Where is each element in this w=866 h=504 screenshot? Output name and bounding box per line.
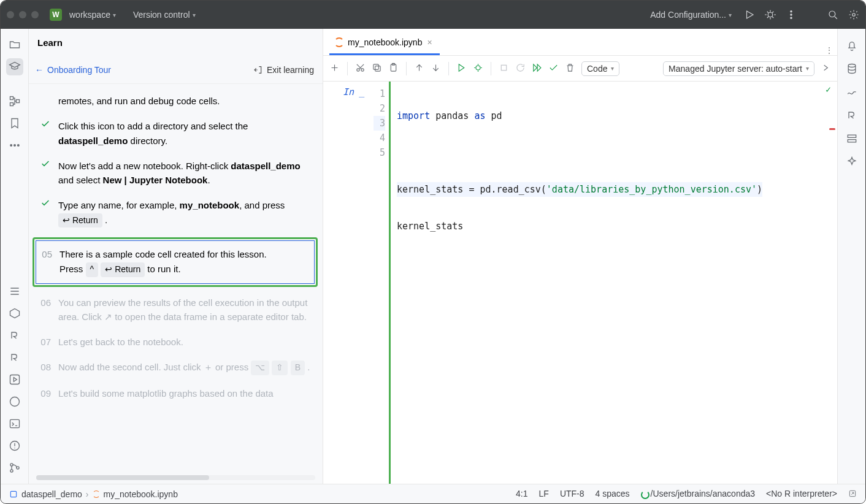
bookmarks-tool-icon[interactable] <box>6 115 23 132</box>
close-traffic-light[interactable] <box>7 11 14 18</box>
onboarding-back-link[interactable]: ← Onboarding Tour <box>35 65 111 75</box>
move-down-icon[interactable] <box>431 63 441 75</box>
tab-label: my_notebook.ipynb <box>348 37 422 47</box>
lesson-steps: remotes, and run and debug code cells. C… <box>29 84 323 484</box>
chevron-down-icon: ▾ <box>729 12 732 18</box>
debug-icon[interactable] <box>765 9 776 20</box>
vcs-menu[interactable]: Version control ▾ <box>131 7 198 22</box>
step-text: remotes, and run and debug code cells. <box>58 94 312 108</box>
minimize-traffic-light[interactable] <box>19 11 26 18</box>
return-key: ↩ Return <box>58 213 102 228</box>
project-tool-icon[interactable] <box>6 36 23 53</box>
ctrl-key: ^ <box>86 262 99 277</box>
code-cell[interactable]: ✓ In _ 1 2 3 4 5 import pandas as pd <box>323 82 837 484</box>
todo-icon[interactable] <box>6 283 23 300</box>
more-tools-icon[interactable] <box>6 137 23 154</box>
tab-more-icon[interactable]: ⋮ <box>813 45 837 55</box>
restart-icon[interactable] <box>515 63 526 75</box>
breadcrumb-file: my_notebook.ipynb <box>104 489 178 499</box>
r-interpreter[interactable]: <No R interpreter> <box>766 489 837 498</box>
chevron-down-icon: ▾ <box>193 12 196 18</box>
opt-key: ⌥ <box>251 361 269 375</box>
jupyter-server-label: Managed Jupyter server: auto-start <box>669 64 802 74</box>
cell-type-label: Code <box>587 64 607 74</box>
step-text: Now add the second cell. Just click ＋ or… <box>58 360 312 375</box>
problems-icon[interactable] <box>6 437 23 454</box>
workspace-label: workspace <box>69 10 110 20</box>
jupyter-vars-icon[interactable] <box>844 131 860 147</box>
breadcrumb-root: dataspell_demo <box>21 489 82 499</box>
title-bar: W workspace ▾ Version control ▾ Add Conf… <box>1 1 865 29</box>
move-up-icon[interactable] <box>414 63 424 75</box>
caret-position[interactable]: 4:1 <box>516 489 527 498</box>
chevron-right-icon: › <box>86 489 89 499</box>
paste-icon[interactable] <box>388 63 399 75</box>
run-cell-icon[interactable] <box>456 63 467 75</box>
svg-rect-28 <box>848 135 856 137</box>
svg-rect-8 <box>16 100 19 103</box>
jupyter-icon <box>93 491 100 498</box>
close-tab-icon[interactable]: × <box>427 37 432 47</box>
step-number: 05 <box>41 247 52 277</box>
run-all-icon[interactable] <box>532 63 542 75</box>
editor-tab-notebook[interactable]: my_notebook.ipynb × <box>329 31 440 55</box>
clear-output-icon[interactable] <box>548 63 559 75</box>
git-icon[interactable] <box>6 459 23 476</box>
check-icon <box>40 94 51 108</box>
notifications-icon[interactable] <box>844 37 860 53</box>
svg-rect-12 <box>10 375 19 384</box>
error-stripe-mark[interactable] <box>829 128 835 130</box>
python-interpreter[interactable]: /Users/jetbrains/anaconda3 <box>641 489 755 498</box>
more-vertical-icon[interactable] <box>786 9 797 20</box>
svg-rect-6 <box>10 97 13 100</box>
settings-gear-icon[interactable] <box>848 9 859 20</box>
run-tool-icon[interactable] <box>6 371 23 388</box>
r-tools-icon[interactable] <box>6 349 23 366</box>
debug-cell-icon[interactable] <box>473 63 483 75</box>
breadcrumb[interactable]: dataspell_demo › my_notebook.ipynb <box>9 489 178 499</box>
indent-setting[interactable]: 4 spaces <box>596 489 630 498</box>
svg-point-3 <box>791 17 792 18</box>
current-step-highlight: 05 There is a sample code cell created f… <box>33 237 318 286</box>
step-number: 09 <box>40 386 51 400</box>
jupyter-server-select[interactable]: Managed Jupyter server: auto-start▾ <box>663 61 814 76</box>
run-icon[interactable] <box>744 9 755 20</box>
run-config-menu[interactable]: Add Configuration... ▾ <box>648 7 734 22</box>
r-packages-icon[interactable] <box>844 107 860 123</box>
horizontal-scrollbar[interactable] <box>36 475 315 480</box>
cell-prompt: In _ <box>323 82 374 97</box>
python-console-icon[interactable] <box>6 393 23 410</box>
cut-icon[interactable] <box>355 63 366 75</box>
toolbar-more-icon[interactable] <box>821 63 831 75</box>
line-ending[interactable]: LF <box>539 489 549 498</box>
structure-tool-icon[interactable] <box>6 93 23 110</box>
svg-point-9 <box>10 145 12 147</box>
search-icon[interactable] <box>827 9 838 20</box>
cell-type-select[interactable]: Code▾ <box>581 61 619 76</box>
popout-icon[interactable] <box>848 489 857 498</box>
copy-icon[interactable] <box>372 63 382 75</box>
svg-rect-30 <box>10 491 16 497</box>
b-key: B <box>291 361 305 375</box>
r-console-icon[interactable] <box>6 327 23 344</box>
services-icon[interactable] <box>6 305 23 322</box>
workspace-menu[interactable]: workspace ▾ <box>67 7 118 22</box>
add-cell-icon[interactable] <box>329 63 340 75</box>
zoom-traffic-light[interactable] <box>31 11 39 18</box>
exit-learning-button[interactable]: Exit learning <box>253 65 314 75</box>
encoding[interactable]: UTF-8 <box>560 489 584 498</box>
interrupt-icon[interactable] <box>499 63 509 75</box>
line-gutter: 1 2 3 4 5 <box>374 82 391 484</box>
svg-point-10 <box>13 145 15 147</box>
delete-cell-icon[interactable] <box>565 63 575 75</box>
ai-assistant-icon[interactable] <box>844 154 860 170</box>
scipy-icon[interactable] <box>844 84 860 100</box>
step-text: You can preview the results of the cell … <box>58 296 312 324</box>
code-content[interactable]: import pandas as pd kernel_stats = pd.re… <box>391 82 762 484</box>
database-icon[interactable] <box>844 61 860 77</box>
svg-rect-14 <box>10 419 19 427</box>
terminal-icon[interactable] <box>6 415 23 432</box>
svg-rect-29 <box>848 140 856 142</box>
learn-tool-icon[interactable] <box>6 58 23 75</box>
step-text: There is a sample code cell created for … <box>59 247 308 277</box>
